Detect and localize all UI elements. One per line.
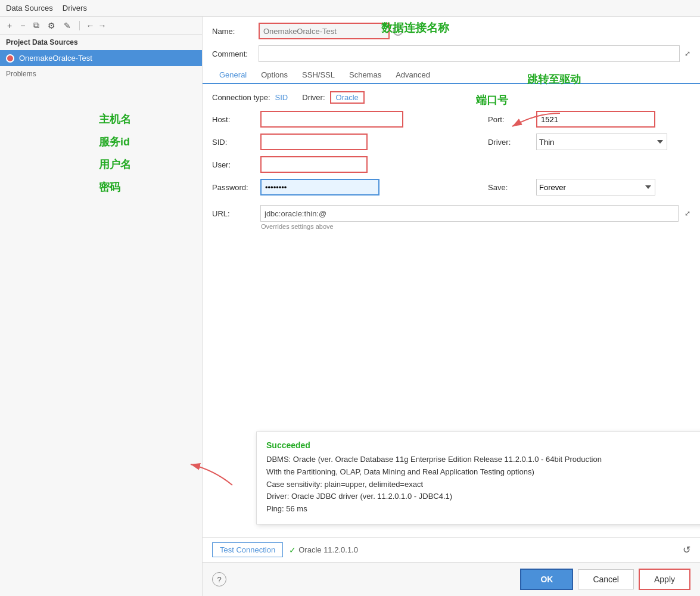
annotation-name: 数据连接名称 [381, 20, 449, 36]
form-right: 端口号 Port: Driver: Thin OCI [488, 111, 690, 195]
check-icon: ✓ [289, 545, 296, 555]
conn-type-row: Connection type: SID Driver: Oracle [212, 91, 690, 104]
user-input[interactable] [260, 156, 368, 173]
driver-label: Driver: [488, 138, 533, 147]
password-row: 密码 Password: [212, 179, 476, 195]
ok-button[interactable]: OK [520, 569, 573, 590]
datasource-icon [6, 54, 14, 63]
form-left: 主机名 Host: 服务id SID: [212, 111, 476, 195]
driver-select[interactable]: Thin OCI [536, 134, 667, 150]
driver-badge[interactable]: Oracle [330, 91, 365, 104]
test-status: ✓ Oracle 11.2.0.1.0 [289, 545, 358, 555]
menu-data-sources[interactable]: Data Sources [6, 4, 53, 13]
name-input[interactable] [259, 23, 390, 39]
success-header: Succeeded Copy [266, 440, 700, 450]
add-button[interactable]: + [5, 20, 14, 32]
menu-bar: Data Sources Drivers [0, 0, 700, 17]
host-input[interactable] [260, 111, 403, 128]
success-line-2: With the Partitioning, OLAP, Data Mining… [266, 466, 700, 479]
name-row: Name: 数据连接名称 [203, 17, 700, 43]
port-label: Port: [488, 115, 533, 124]
form-grid: 主机名 Host: 服务id SID: [212, 111, 690, 195]
annotation-pass: 密码 [99, 180, 120, 194]
user-label: User: [212, 160, 257, 169]
sid-label: SID: [212, 138, 257, 147]
url-input[interactable] [260, 205, 679, 222]
tab-general[interactable]: General [212, 67, 254, 84]
tabs-row: General Options SSH/SSL Schemas Advanced [203, 67, 700, 84]
comment-label: Comment: [212, 49, 254, 58]
tab-schemas[interactable]: Schemas [342, 67, 388, 84]
comment-row: Comment: ⤢ [203, 43, 700, 64]
tab-sshssl[interactable]: SSH/SSL [295, 67, 342, 84]
success-line-4: Driver: Oracle JDBC driver (ver. 11.2.0.… [266, 491, 700, 503]
bottom-bar: Test Connection ✓ Oracle 11.2.0.1.0 ↺ [203, 537, 700, 562]
problems-section: Problems [0, 66, 202, 82]
refresh-button[interactable]: ↺ [683, 544, 690, 555]
url-row: URL: ⤢ [212, 205, 690, 222]
menu-drivers[interactable]: Drivers [63, 4, 87, 13]
port-row: 端口号 Port: [488, 111, 690, 128]
host-row: 主机名 Host: [212, 111, 476, 128]
conn-type-label: Connection type: [212, 93, 270, 102]
cancel-button[interactable]: Cancel [578, 569, 634, 589]
datasource-name: OnemakeOralce-Test [19, 54, 92, 63]
test-status-text: Oracle 11.2.0.1.0 [298, 545, 358, 554]
driver-inline-label: Driver: [302, 93, 325, 102]
conn-type-value: SID [275, 93, 288, 102]
host-label: Host: [212, 115, 257, 124]
datasource-item[interactable]: OnemakeOralce-Test [0, 50, 202, 66]
test-connection-button[interactable]: Test Connection [212, 542, 283, 557]
section-header: Project Data Sources [0, 35, 202, 50]
success-line-1: DBMS: Oracle (ver. Oracle Database 11g E… [266, 454, 700, 466]
left-panel: + − ⧉ ⚙ ✎ ← → Project Data Sources Onema… [0, 17, 203, 596]
success-body: DBMS: Oracle (ver. Oracle Database 11g E… [266, 454, 700, 516]
settings-button[interactable]: ⚙ [45, 20, 58, 32]
password-label: Password: [212, 183, 257, 192]
url-input-wrap [260, 205, 679, 222]
expand-icon[interactable]: ⤢ [685, 49, 690, 58]
user-row: 用户名 User: [212, 156, 476, 173]
annotation-jump: 跳转至驱动 [527, 72, 581, 86]
toolbar-separator [79, 21, 80, 30]
sid-input[interactable] [260, 134, 368, 150]
overrides-text: Overrides settings above [261, 223, 690, 230]
url-expand-icon[interactable]: ⤢ [685, 209, 690, 218]
copy-button[interactable]: ⧉ [31, 19, 42, 32]
apply-button[interactable]: Apply [639, 569, 690, 590]
back-button[interactable]: ← [86, 21, 94, 30]
success-title: Succeeded [266, 440, 310, 450]
left-toolbar: + − ⧉ ⚙ ✎ ← → [0, 17, 202, 35]
annotation-port: 端口号 [476, 93, 508, 107]
comment-wrap [259, 45, 680, 62]
save-label: Save: [488, 183, 533, 192]
annotation-sid: 服务id [99, 135, 130, 149]
url-label: URL: [212, 209, 257, 218]
success-line-5: Ping: 56 ms [266, 503, 700, 516]
password-input[interactable] [260, 179, 379, 195]
annotation-host: 主机名 [99, 112, 131, 126]
action-bar: ? OK Cancel Apply [203, 562, 700, 596]
right-panel-wrapper: Name: 数据连接名称 Comment: ⤢ [203, 17, 700, 596]
port-input[interactable] [536, 111, 655, 128]
driver-row: Driver: Thin OCI [488, 134, 690, 150]
success-popup: Succeeded Copy DBMS: Oracle (ver. Oracle… [256, 432, 700, 524]
help-button[interactable]: ? [212, 572, 226, 586]
tab-advanced[interactable]: Advanced [388, 67, 437, 84]
annotation-user: 用户名 [99, 157, 131, 172]
sid-row: 服务id SID: [212, 134, 476, 150]
spacer-row [488, 156, 690, 173]
edit-button[interactable]: ✎ [61, 20, 73, 32]
forward-button[interactable]: → [98, 21, 106, 30]
name-label: Name: [212, 27, 254, 36]
success-line-3: Case sensitivity: plain=upper, delimited… [266, 479, 700, 491]
save-select[interactable]: Forever Until restart Never [536, 179, 655, 195]
tab-options[interactable]: Options [254, 67, 295, 84]
comment-input[interactable] [259, 45, 680, 62]
remove-button[interactable]: − [18, 20, 27, 32]
save-row: Save: Forever Until restart Never [488, 179, 690, 195]
